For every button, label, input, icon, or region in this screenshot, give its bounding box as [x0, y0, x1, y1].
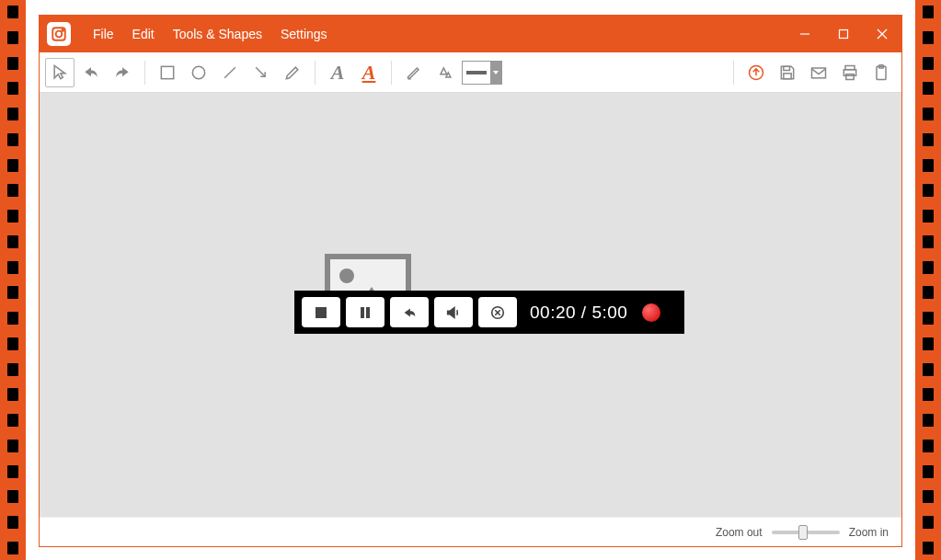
- zoom-slider-thumb[interactable]: [798, 525, 808, 540]
- redo-button[interactable]: [108, 58, 137, 87]
- pencil-tool[interactable]: [278, 58, 307, 87]
- svg-rect-12: [784, 66, 790, 70]
- arrow-tool[interactable]: [247, 58, 276, 87]
- svg-line-10: [256, 67, 265, 76]
- recording-time: 00:20 / 5:00: [530, 303, 627, 323]
- inner-white: File Edit Tools & Shapes Settings: [26, 0, 915, 560]
- statusbar: Zoom out Zoom in: [40, 517, 901, 546]
- toolbar: A A: [40, 52, 901, 93]
- minimize-button[interactable]: [786, 16, 824, 52]
- text-tool[interactable]: A: [323, 58, 352, 87]
- film-strip-left: [0, 0, 26, 560]
- line-weight-selector[interactable]: [462, 61, 502, 85]
- toolbar-divider: [144, 61, 145, 85]
- upload-button[interactable]: [741, 58, 771, 87]
- window-controls: [786, 16, 901, 52]
- svg-rect-16: [846, 74, 854, 79]
- zoom-out-label[interactable]: Zoom out: [716, 526, 763, 539]
- zoom-in-label[interactable]: Zoom in: [849, 526, 889, 539]
- toolbar-divider: [391, 61, 392, 85]
- svg-rect-13: [784, 73, 791, 78]
- menu-edit[interactable]: Edit: [123, 27, 164, 41]
- blur-tool[interactable]: [430, 58, 460, 87]
- email-button[interactable]: [804, 58, 833, 87]
- app-window: File Edit Tools & Shapes Settings: [39, 15, 902, 547]
- app-logo-icon: [47, 22, 71, 46]
- menu-tools-shapes[interactable]: Tools & Shapes: [164, 27, 271, 41]
- svg-line-9: [224, 67, 235, 78]
- svg-rect-7: [161, 66, 173, 78]
- svg-rect-4: [840, 30, 848, 39]
- film-strip-right: [915, 0, 941, 560]
- outer-frame: File Edit Tools & Shapes Settings: [0, 0, 941, 560]
- record-undo-button[interactable]: [390, 297, 429, 327]
- toolbar-divider: [315, 61, 316, 85]
- menu-settings[interactable]: Settings: [271, 27, 337, 41]
- text-highlight-tool[interactable]: A: [354, 58, 384, 87]
- mute-button[interactable]: [434, 297, 473, 327]
- stop-record-button[interactable]: [302, 297, 340, 327]
- undo-button[interactable]: [76, 58, 106, 87]
- recording-toolbar: 00:20 / 5:00: [294, 291, 684, 334]
- titlebar: File Edit Tools & Shapes Settings: [40, 16, 901, 52]
- svg-point-1: [56, 31, 63, 38]
- close-button[interactable]: [863, 16, 901, 52]
- highlighter-tool[interactable]: [399, 58, 429, 87]
- pause-record-button[interactable]: [346, 297, 384, 327]
- zoom-slider[interactable]: [772, 531, 840, 534]
- svg-rect-19: [316, 307, 327, 318]
- cursor-tool[interactable]: [45, 58, 75, 87]
- ellipse-tool[interactable]: [184, 58, 213, 87]
- toolbar-divider: [733, 61, 734, 85]
- print-button[interactable]: [835, 58, 865, 87]
- svg-rect-14: [812, 68, 826, 78]
- rectangle-tool[interactable]: [153, 58, 182, 87]
- line-tool[interactable]: [215, 58, 245, 87]
- svg-rect-21: [366, 307, 370, 318]
- save-button[interactable]: [773, 58, 802, 87]
- svg-point-2: [62, 29, 63, 31]
- canvas-area[interactable]: 00:20 / 5:00: [40, 93, 901, 517]
- svg-point-8: [192, 66, 204, 78]
- recording-indicator-icon: [642, 303, 660, 322]
- cancel-record-button[interactable]: [478, 297, 517, 327]
- maximize-button[interactable]: [824, 16, 863, 52]
- total-time: 5:00: [591, 303, 627, 322]
- svg-rect-20: [361, 307, 364, 318]
- elapsed-time: 00:20: [530, 303, 576, 322]
- menu-file[interactable]: File: [84, 27, 123, 41]
- clipboard-button[interactable]: [866, 58, 896, 87]
